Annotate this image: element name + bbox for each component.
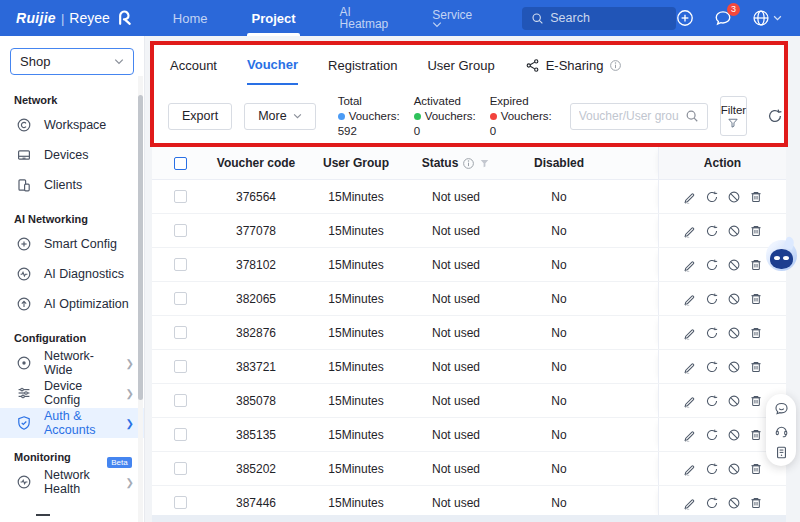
voucher-search-input[interactable]: [579, 109, 679, 123]
delete-icon[interactable]: [749, 462, 763, 476]
row-checkbox[interactable]: [174, 360, 187, 373]
row-checkbox[interactable]: [174, 224, 187, 237]
row-checkbox[interactable]: [174, 292, 187, 305]
sidebar-item-network-health[interactable]: Network Health Beta ❯: [0, 467, 144, 497]
nav-home[interactable]: Home: [151, 0, 230, 36]
more-button[interactable]: More: [244, 103, 315, 130]
status-cell: Not used: [408, 326, 504, 340]
sidebar-scrollbar-thumb[interactable]: [138, 95, 143, 400]
renew-icon[interactable]: [705, 224, 719, 238]
row-checkbox[interactable]: [174, 394, 187, 407]
renew-icon[interactable]: [705, 462, 719, 476]
row-checkbox[interactable]: [174, 496, 187, 509]
chevron-down-icon: [432, 21, 472, 28]
delete-icon[interactable]: [749, 394, 763, 408]
select-all-checkbox[interactable]: [174, 157, 187, 170]
row-checkbox[interactable]: [174, 190, 187, 203]
delete-icon[interactable]: [749, 190, 763, 204]
renew-icon[interactable]: [705, 258, 719, 272]
user-group-cell: 15Minutes: [304, 360, 408, 374]
edit-icon[interactable]: [683, 326, 697, 340]
block-icon[interactable]: [727, 462, 741, 476]
sidebar-item-smart-config[interactable]: Smart Config: [0, 229, 144, 259]
renew-icon[interactable]: [705, 428, 719, 442]
delete-icon[interactable]: [749, 258, 763, 272]
delete-icon[interactable]: [749, 326, 763, 340]
sidebar-item-devices[interactable]: Devices: [0, 140, 144, 170]
search-icon[interactable]: [685, 109, 699, 123]
tab-e-sharing[interactable]: E-Sharing: [525, 45, 623, 85]
delete-icon[interactable]: [749, 428, 763, 442]
block-icon[interactable]: [727, 496, 741, 510]
edit-icon[interactable]: [683, 224, 697, 238]
row-checkbox[interactable]: [174, 326, 187, 339]
brand-logo[interactable]: Ruijie | Reyee: [0, 8, 151, 28]
renew-icon[interactable]: [705, 394, 719, 408]
smart-config-icon: [16, 236, 32, 252]
edit-icon[interactable]: [683, 462, 697, 476]
sidebar-item-device-config[interactable]: Device Config ❯: [0, 378, 144, 408]
status-filter-icon[interactable]: [479, 158, 490, 169]
nav-project[interactable]: Project: [229, 0, 317, 36]
renew-icon[interactable]: [705, 292, 719, 306]
tab-account[interactable]: Account: [170, 45, 217, 85]
ai-assistant-mascot[interactable]: [766, 240, 797, 271]
block-icon[interactable]: [727, 258, 741, 272]
global-search-input[interactable]: Search: [522, 7, 676, 30]
sidebar-item-clients[interactable]: Clients: [0, 170, 144, 200]
delete-icon[interactable]: [749, 224, 763, 238]
sidebar-item-network-wide[interactable]: Network-Wide ❯: [0, 348, 144, 378]
export-button[interactable]: Export: [168, 103, 232, 130]
edit-icon[interactable]: [683, 496, 697, 510]
row-checkbox[interactable]: [174, 428, 187, 441]
tab-registration[interactable]: Registration: [328, 45, 397, 85]
messages-icon[interactable]: 3: [714, 9, 732, 27]
tab-voucher[interactable]: Voucher: [247, 45, 298, 85]
status-info-icon[interactable]: [462, 157, 475, 170]
edit-icon[interactable]: [683, 292, 697, 306]
clients-icon: [16, 177, 32, 193]
edit-icon[interactable]: [683, 428, 697, 442]
renew-icon[interactable]: [705, 496, 719, 510]
block-icon[interactable]: [727, 190, 741, 204]
block-icon[interactable]: [727, 360, 741, 374]
delete-icon[interactable]: [749, 360, 763, 374]
renew-icon[interactable]: [705, 360, 719, 374]
survey-icon[interactable]: [774, 445, 789, 460]
stat-total-vouchers: Total Vouchers: 592: [338, 94, 398, 139]
renew-icon[interactable]: [705, 326, 719, 340]
user-group-cell: 15Minutes: [304, 462, 408, 476]
funnel-icon: [727, 117, 739, 129]
filter-button[interactable]: Filter: [720, 96, 748, 136]
delete-icon[interactable]: [749, 496, 763, 510]
refresh-icon[interactable]: [767, 108, 783, 124]
headset-support-icon[interactable]: [774, 423, 789, 438]
sidebar-item-ai-diagnostics[interactable]: AI Diagnostics: [0, 259, 144, 289]
block-icon[interactable]: [727, 292, 741, 306]
nav-ai-heatmap[interactable]: AI Heatmap: [318, 0, 411, 36]
network-selector[interactable]: Shop: [10, 48, 134, 75]
block-icon[interactable]: [727, 224, 741, 238]
renew-icon[interactable]: [705, 190, 719, 204]
feedback-chat-icon[interactable]: [774, 401, 789, 416]
block-icon[interactable]: [727, 428, 741, 442]
edit-icon[interactable]: [683, 394, 697, 408]
voucher-stats: Total Vouchers: 592 Activated Vouchers: …: [338, 94, 550, 139]
delete-icon[interactable]: [749, 292, 763, 306]
block-icon[interactable]: [727, 326, 741, 340]
horizontal-scrollbar[interactable]: [152, 515, 786, 522]
sidebar-item-auth-accounts[interactable]: Auth & Accounts ❯: [0, 408, 144, 438]
sidebar-item-ai-optimization[interactable]: AI Optimization: [0, 289, 144, 319]
header-disabled: Disabled: [504, 156, 614, 170]
sidebar-item-workspace[interactable]: Workspace: [0, 110, 144, 140]
nav-service[interactable]: Service: [410, 0, 494, 36]
language-selector[interactable]: [752, 9, 782, 27]
add-project-icon[interactable]: [676, 9, 694, 27]
row-checkbox[interactable]: [174, 462, 187, 475]
block-icon[interactable]: [727, 394, 741, 408]
edit-icon[interactable]: [683, 258, 697, 272]
edit-icon[interactable]: [683, 360, 697, 374]
tab-user-group[interactable]: User Group: [427, 45, 494, 85]
row-checkbox[interactable]: [174, 258, 187, 271]
edit-icon[interactable]: [683, 190, 697, 204]
